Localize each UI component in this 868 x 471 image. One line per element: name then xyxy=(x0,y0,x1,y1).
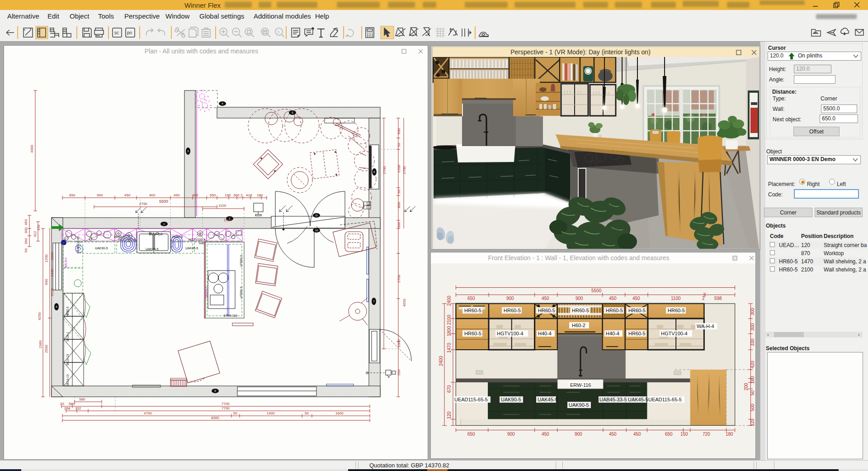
svg-text:180: 180 xyxy=(726,432,733,437)
svg-text:300: 300 xyxy=(233,193,240,197)
svg-text:UAK90-5: UAK90-5 xyxy=(501,397,521,402)
svg-text:300: 300 xyxy=(750,323,755,331)
svg-text:HGTV100-4: HGTV100-4 xyxy=(661,331,688,336)
svg-text:720: 720 xyxy=(703,432,710,437)
svg-text:450: 450 xyxy=(609,296,617,301)
svg-text:3: 3 xyxy=(277,30,279,34)
svg-text:150: 150 xyxy=(37,224,41,231)
svg-text:SK14-13: SK14-13 xyxy=(66,374,69,386)
svg-text:4700: 4700 xyxy=(144,411,152,415)
svg-text:1000: 1000 xyxy=(397,339,401,347)
svg-text:2700: 2700 xyxy=(397,275,401,283)
svg-text:50: 50 xyxy=(305,411,309,415)
svg-text:312: 312 xyxy=(33,231,37,237)
svg-text:HGTV100-4: HGTV100-4 xyxy=(118,238,135,241)
svg-text:H40-4: H40-4 xyxy=(606,331,619,336)
svg-text:UAK45-5: UAK45-5 xyxy=(538,397,558,402)
svg-text:120: 120 xyxy=(447,411,452,419)
svg-text:1100: 1100 xyxy=(671,296,681,301)
svg-text:670: 670 xyxy=(447,385,452,393)
svg-text:1470: 1470 xyxy=(447,343,452,353)
svg-text:580: 580 xyxy=(79,397,85,401)
svg-text:150: 150 xyxy=(225,193,231,197)
svg-text:600: 600 xyxy=(44,279,48,285)
svg-text:HR60-5: HR60-5 xyxy=(538,308,555,313)
svg-text:650: 650 xyxy=(210,193,216,197)
svg-text:HR60-5: HR60-5 xyxy=(66,306,69,317)
svg-text:HR60-5: HR60-5 xyxy=(464,331,481,336)
svg-text:3300: 3300 xyxy=(30,145,34,153)
svg-text:UAK90-5: UAK90-5 xyxy=(146,247,159,251)
svg-text:550: 550 xyxy=(397,369,401,376)
svg-text:ERW-116: ERW-116 xyxy=(570,382,591,388)
svg-text:pn: pn xyxy=(127,30,132,35)
svg-text:2700: 2700 xyxy=(382,166,387,174)
svg-text:450: 450 xyxy=(174,193,180,197)
svg-text:900: 900 xyxy=(149,193,156,197)
svg-text:450: 450 xyxy=(192,193,198,197)
svg-text:50: 50 xyxy=(397,143,401,147)
svg-text:4100: 4100 xyxy=(50,288,54,296)
svg-text:50: 50 xyxy=(397,190,401,194)
svg-text:HGTV100-4: HGTV100-4 xyxy=(189,238,205,241)
svg-text:420: 420 xyxy=(750,361,755,368)
svg-text:11: 11 xyxy=(315,214,318,217)
svg-text:330: 330 xyxy=(750,338,755,346)
svg-text:650: 650 xyxy=(665,432,673,437)
svg-text:450: 450 xyxy=(24,219,28,225)
svg-text:8300: 8300 xyxy=(211,416,219,420)
svg-text:2100: 2100 xyxy=(447,314,452,325)
svg-text:598: 598 xyxy=(714,296,722,301)
svg-text:HR60-5: HR60-5 xyxy=(114,235,125,238)
svg-text:150: 150 xyxy=(680,432,688,437)
svg-text:900: 900 xyxy=(575,432,582,437)
svg-text:2360: 2360 xyxy=(38,340,42,348)
svg-text:650: 650 xyxy=(467,432,475,437)
svg-text:SK14-13: SK14-13 xyxy=(66,354,69,366)
svg-text:1600: 1600 xyxy=(335,411,344,415)
svg-text:1900: 1900 xyxy=(267,411,275,415)
svg-text:1100: 1100 xyxy=(218,204,226,208)
svg-text:2: 2 xyxy=(241,193,243,197)
svg-text:332: 332 xyxy=(75,406,81,410)
svg-text:UAK90-5: UAK90-5 xyxy=(205,286,208,299)
svg-text:450: 450 xyxy=(542,432,549,437)
svg-text:900: 900 xyxy=(576,296,583,301)
svg-text:650: 650 xyxy=(69,193,75,197)
svg-text:UEAD115-65-5: UEAD115-65-5 xyxy=(648,397,682,402)
svg-text:120: 120 xyxy=(750,419,755,426)
svg-text:390: 390 xyxy=(24,238,28,244)
svg-text:1800: 1800 xyxy=(447,326,452,336)
svg-text:ERW-116: ERW-116 xyxy=(224,314,237,317)
svg-text:450: 450 xyxy=(542,296,549,301)
svg-text:450: 450 xyxy=(124,193,131,197)
svg-text:5500: 5500 xyxy=(591,288,602,293)
svg-text:7700: 7700 xyxy=(222,402,230,406)
svg-text:UAB45-33-5: UAB45-33-5 xyxy=(599,397,627,402)
svg-text:WA-H-4: WA-H-4 xyxy=(64,257,67,268)
svg-text:580: 580 xyxy=(69,402,75,406)
svg-text:450: 450 xyxy=(632,296,640,301)
svg-text:4250: 4250 xyxy=(38,312,42,320)
svg-text:1900: 1900 xyxy=(224,218,232,222)
svg-text:800: 800 xyxy=(397,202,401,208)
svg-text:HR60-5: HR60-5 xyxy=(628,308,646,313)
svg-text:10: 10 xyxy=(315,229,318,232)
svg-text:200: 200 xyxy=(744,383,749,390)
svg-text:HR60-5: HR60-5 xyxy=(464,308,481,313)
svg-text:450: 450 xyxy=(609,432,617,437)
svg-text:H60-2: H60-2 xyxy=(572,323,585,328)
svg-text:1000: 1000 xyxy=(50,252,54,260)
svg-text:UAK45-5: UAK45-5 xyxy=(185,247,198,250)
svg-text:50: 50 xyxy=(24,248,28,252)
svg-text:50: 50 xyxy=(233,411,237,415)
svg-text:UEAD115-65-5: UEAD115-65-5 xyxy=(454,397,488,402)
svg-text:500: 500 xyxy=(750,404,755,411)
svg-text:2400: 2400 xyxy=(439,356,443,366)
svg-text:900: 900 xyxy=(507,432,515,437)
svg-text:1200: 1200 xyxy=(44,254,48,262)
svg-text:2750: 2750 xyxy=(139,202,147,206)
svg-text:HR60-5: HR60-5 xyxy=(668,308,685,313)
svg-text:4550: 4550 xyxy=(402,299,406,307)
svg-text:418: 418 xyxy=(246,193,252,197)
